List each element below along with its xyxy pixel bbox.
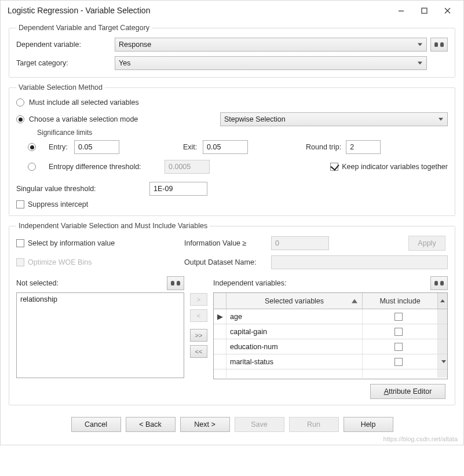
attribute-editor-button[interactable]: Attribute Editor <box>370 384 445 399</box>
binoculars-icon <box>434 280 444 287</box>
back-button[interactable]: < Back <box>126 417 176 432</box>
row-indicator: ▶ <box>214 309 226 324</box>
run-button: Run <box>289 417 339 432</box>
singular-threshold-input[interactable]: 1E-09 <box>149 182 207 196</box>
target-category-select[interactable]: Yes <box>115 56 427 70</box>
table-row <box>214 369 447 378</box>
scrollbar-track[interactable] <box>438 309 447 324</box>
cancel-button[interactable]: Cancel <box>71 417 121 432</box>
output-dataset-input <box>271 255 448 269</box>
must-include-checkbox[interactable] <box>394 328 403 336</box>
select-by-info-label: Select by information value <box>28 239 184 247</box>
watermark-text: https://blog.csdn.net/altata <box>383 435 458 442</box>
table-header: Selected variables Must include <box>214 293 447 309</box>
cell-must-include[interactable] <box>363 354 438 369</box>
independent-binoculars-button[interactable] <box>430 276 448 290</box>
dialog-window: Logistic Regression - Variable Selection… <box>0 0 464 445</box>
keep-indicator-checkbox[interactable] <box>330 163 338 171</box>
dependent-variable-select[interactable]: Response <box>115 38 427 52</box>
cell-variable: capital-gain <box>226 324 363 339</box>
scrollbar-track[interactable] <box>438 339 447 354</box>
round-trip-input[interactable]: 2 <box>346 140 381 154</box>
row-header-column <box>214 293 226 309</box>
binoculars-icon <box>171 280 180 287</box>
not-selected-label: Not selected: <box>16 279 163 287</box>
entry-input[interactable]: 0.05 <box>74 140 119 154</box>
round-trip-label: Round trip: <box>306 143 341 151</box>
table-row[interactable]: ▶ age <box>214 309 447 324</box>
cell-must-include[interactable] <box>363 324 438 339</box>
help-button[interactable]: Help <box>344 417 393 432</box>
significance-limits-legend: Significance limits <box>37 129 448 137</box>
radio-entropy[interactable] <box>28 163 36 171</box>
binoculars-icon <box>434 41 444 48</box>
group-selection-method-legend: Variable Selection Method <box>16 83 105 91</box>
dependent-variable-value: Response <box>119 41 151 49</box>
move-right-button[interactable]: > <box>190 293 207 306</box>
group-independent: Independent Variable Selection and Must … <box>9 222 455 405</box>
not-selected-binoculars-button[interactable] <box>167 276 184 290</box>
optimize-woe-checkbox <box>16 258 24 266</box>
cell-must-include[interactable] <box>363 339 438 354</box>
info-value-input: 0 <box>271 236 329 250</box>
entropy-label: Entropy difference threshold: <box>49 163 165 171</box>
exit-input[interactable]: 0.05 <box>203 140 248 154</box>
not-selected-listbox[interactable]: relationship <box>16 292 184 378</box>
entropy-input: 0.0005 <box>165 160 210 174</box>
scrollbar-track[interactable] <box>438 324 447 339</box>
list-item[interactable]: relationship <box>20 295 180 303</box>
selection-mode-select[interactable]: Stepwise Selection <box>220 112 448 126</box>
table-row[interactable]: marital-status <box>214 354 447 369</box>
cell-must-include[interactable] <box>363 309 438 324</box>
close-button[interactable] <box>436 2 459 19</box>
keep-indicator-label: Keep indicator variables together <box>342 163 448 171</box>
move-left-button[interactable]: < <box>190 309 207 322</box>
cell-variable: marital-status <box>226 354 363 369</box>
singular-threshold-label: Singular value threshold: <box>16 185 149 193</box>
chevron-up-icon <box>440 299 445 302</box>
info-value-label: Information Value ≥ <box>184 239 271 247</box>
next-button[interactable]: Next > <box>180 417 230 432</box>
group-selection-method: Variable Selection Method Must include a… <box>9 83 455 216</box>
dependent-variable-label: Dependent variable: <box>16 41 115 49</box>
footer-buttons: Cancel < Back Next > Save Run Help <box>9 411 455 439</box>
apply-button: Apply <box>408 236 445 251</box>
dialog-body: Dependent Variable and Target Category D… <box>1 20 463 445</box>
independent-variables-label: Independent variables: <box>213 279 427 287</box>
select-by-info-checkbox[interactable] <box>16 239 24 247</box>
table-row[interactable]: education-num <box>214 339 447 354</box>
group-dependent: Dependent Variable and Target Category D… <box>9 24 455 78</box>
move-all-left-button[interactable]: << <box>190 345 207 358</box>
maximize-button[interactable] <box>412 2 436 19</box>
independent-variables-table[interactable]: Selected variables Must include ▶ age <box>213 292 448 379</box>
move-all-right-button[interactable]: >> <box>190 329 207 342</box>
cell-variable: age <box>226 309 363 324</box>
selected-variables-column[interactable]: Selected variables <box>226 293 363 309</box>
group-dependent-legend: Dependent Variable and Target Category <box>16 24 152 32</box>
radio-choose-mode-label: Choose a variable selection mode <box>29 115 220 123</box>
radio-choose-mode[interactable] <box>16 115 24 123</box>
suppress-intercept-label: Suppress intercept <box>28 200 88 208</box>
entry-label: Entry: <box>49 143 74 151</box>
target-category-label: Target category: <box>16 59 115 67</box>
selection-mode-value: Stepwise Selection <box>224 115 286 123</box>
radio-significance[interactable] <box>28 143 36 151</box>
chevron-down-icon <box>441 360 446 363</box>
exit-label: Exit: <box>183 143 203 151</box>
dependent-binoculars-button[interactable] <box>430 38 448 52</box>
window-title: Logistic Regression - Variable Selection <box>8 6 389 15</box>
must-include-checkbox[interactable] <box>394 343 403 351</box>
svg-rect-1 <box>422 8 427 13</box>
table-row[interactable]: capital-gain <box>214 324 447 339</box>
optimize-woe-label: Optimize WOE Bins <box>28 258 184 266</box>
must-include-column[interactable]: Must include <box>363 293 438 309</box>
radio-include-all[interactable] <box>16 98 24 107</box>
scroll-up-button[interactable] <box>438 293 447 309</box>
suppress-intercept-checkbox[interactable] <box>16 200 24 208</box>
scroll-down-button[interactable] <box>438 354 447 369</box>
sort-asc-icon <box>352 299 357 303</box>
must-include-checkbox[interactable] <box>394 358 403 366</box>
must-include-checkbox[interactable] <box>394 313 403 321</box>
table-body: ▶ age capital-gain <box>214 309 447 378</box>
minimize-button[interactable] <box>389 2 412 19</box>
